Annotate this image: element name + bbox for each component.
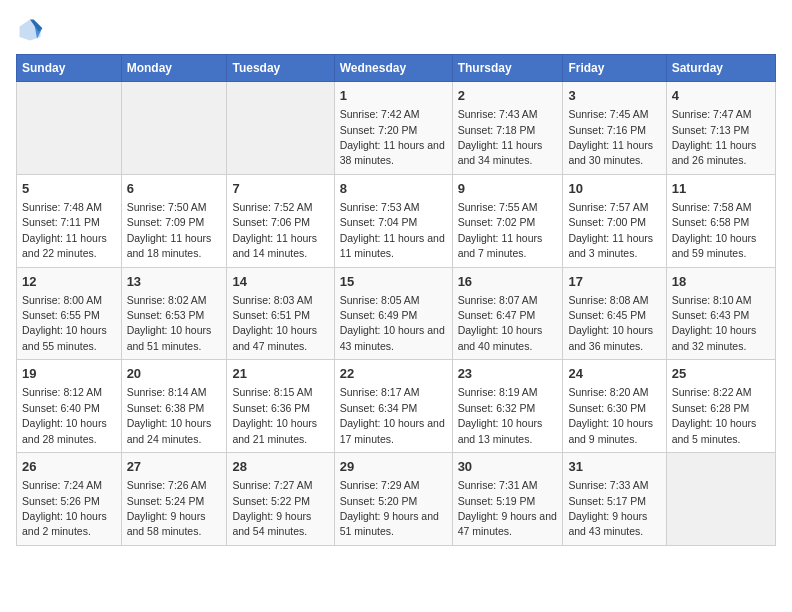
daylight-info: Daylight: 11 hours and 3 minutes.: [568, 232, 653, 259]
sunrise-info: Sunrise: 8:10 AM: [672, 294, 752, 306]
daylight-info: Daylight: 11 hours and 26 minutes.: [672, 139, 757, 166]
sunset-info: Sunset: 7:02 PM: [458, 216, 536, 228]
sunset-info: Sunset: 6:53 PM: [127, 309, 205, 321]
daylight-info: Daylight: 9 hours and 43 minutes.: [568, 510, 647, 537]
sunrise-info: Sunrise: 7:55 AM: [458, 201, 538, 213]
daylight-info: Daylight: 10 hours and 28 minutes.: [22, 417, 107, 444]
sunset-info: Sunset: 6:32 PM: [458, 402, 536, 414]
daylight-info: Daylight: 11 hours and 18 minutes.: [127, 232, 212, 259]
calendar-cell: 1Sunrise: 7:42 AMSunset: 7:20 PMDaylight…: [334, 82, 452, 175]
sunrise-info: Sunrise: 7:45 AM: [568, 108, 648, 120]
daylight-info: Daylight: 10 hours and 47 minutes.: [232, 324, 317, 351]
calendar-cell: 13Sunrise: 8:02 AMSunset: 6:53 PMDayligh…: [121, 267, 227, 360]
sunset-info: Sunset: 5:17 PM: [568, 495, 646, 507]
sunset-info: Sunset: 6:49 PM: [340, 309, 418, 321]
daylight-info: Daylight: 10 hours and 55 minutes.: [22, 324, 107, 351]
sunrise-info: Sunrise: 8:22 AM: [672, 386, 752, 398]
calendar-cell: 28Sunrise: 7:27 AMSunset: 5:22 PMDayligh…: [227, 453, 334, 546]
daylight-info: Daylight: 11 hours and 38 minutes.: [340, 139, 445, 166]
calendar-cell: 22Sunrise: 8:17 AMSunset: 6:34 PMDayligh…: [334, 360, 452, 453]
sunrise-info: Sunrise: 7:31 AM: [458, 479, 538, 491]
sunset-info: Sunset: 7:18 PM: [458, 124, 536, 136]
sunset-info: Sunset: 7:11 PM: [22, 216, 100, 228]
sunrise-info: Sunrise: 7:24 AM: [22, 479, 102, 491]
daylight-info: Daylight: 10 hours and 36 minutes.: [568, 324, 653, 351]
page-header: [16, 16, 776, 44]
daylight-info: Daylight: 11 hours and 7 minutes.: [458, 232, 543, 259]
calendar-cell: 17Sunrise: 8:08 AMSunset: 6:45 PMDayligh…: [563, 267, 666, 360]
daylight-info: Daylight: 10 hours and 21 minutes.: [232, 417, 317, 444]
sunset-info: Sunset: 6:43 PM: [672, 309, 750, 321]
calendar-cell: 23Sunrise: 8:19 AMSunset: 6:32 PMDayligh…: [452, 360, 563, 453]
day-number: 20: [127, 365, 222, 383]
sunset-info: Sunset: 6:51 PM: [232, 309, 310, 321]
sunrise-info: Sunrise: 7:58 AM: [672, 201, 752, 213]
weekday-header-row: SundayMondayTuesdayWednesdayThursdayFrid…: [17, 55, 776, 82]
calendar-cell: 27Sunrise: 7:26 AMSunset: 5:24 PMDayligh…: [121, 453, 227, 546]
day-number: 17: [568, 273, 660, 291]
calendar-cell: 25Sunrise: 8:22 AMSunset: 6:28 PMDayligh…: [666, 360, 775, 453]
day-number: 28: [232, 458, 328, 476]
calendar-cell: 6Sunrise: 7:50 AMSunset: 7:09 PMDaylight…: [121, 174, 227, 267]
calendar-cell: [666, 453, 775, 546]
sunset-info: Sunset: 6:40 PM: [22, 402, 100, 414]
sunrise-info: Sunrise: 7:43 AM: [458, 108, 538, 120]
day-number: 4: [672, 87, 770, 105]
calendar-cell: 24Sunrise: 8:20 AMSunset: 6:30 PMDayligh…: [563, 360, 666, 453]
daylight-info: Daylight: 9 hours and 51 minutes.: [340, 510, 439, 537]
weekday-header-friday: Friday: [563, 55, 666, 82]
day-number: 10: [568, 180, 660, 198]
daylight-info: Daylight: 10 hours and 13 minutes.: [458, 417, 543, 444]
sunset-info: Sunset: 7:00 PM: [568, 216, 646, 228]
day-number: 2: [458, 87, 558, 105]
day-number: 18: [672, 273, 770, 291]
sunrise-info: Sunrise: 7:26 AM: [127, 479, 207, 491]
daylight-info: Daylight: 10 hours and 40 minutes.: [458, 324, 543, 351]
sunrise-info: Sunrise: 7:57 AM: [568, 201, 648, 213]
daylight-info: Daylight: 10 hours and 17 minutes.: [340, 417, 445, 444]
sunset-info: Sunset: 7:04 PM: [340, 216, 418, 228]
sunrise-info: Sunrise: 7:29 AM: [340, 479, 420, 491]
sunset-info: Sunset: 7:20 PM: [340, 124, 418, 136]
sunrise-info: Sunrise: 8:14 AM: [127, 386, 207, 398]
calendar-cell: 12Sunrise: 8:00 AMSunset: 6:55 PMDayligh…: [17, 267, 122, 360]
sunrise-info: Sunrise: 8:02 AM: [127, 294, 207, 306]
calendar-week-1: 1Sunrise: 7:42 AMSunset: 7:20 PMDaylight…: [17, 82, 776, 175]
sunset-info: Sunset: 6:58 PM: [672, 216, 750, 228]
day-number: 14: [232, 273, 328, 291]
day-number: 27: [127, 458, 222, 476]
day-number: 16: [458, 273, 558, 291]
day-number: 26: [22, 458, 116, 476]
sunset-info: Sunset: 5:24 PM: [127, 495, 205, 507]
weekday-header-saturday: Saturday: [666, 55, 775, 82]
calendar-cell: 16Sunrise: 8:07 AMSunset: 6:47 PMDayligh…: [452, 267, 563, 360]
calendar-cell: 7Sunrise: 7:52 AMSunset: 7:06 PMDaylight…: [227, 174, 334, 267]
sunset-info: Sunset: 6:34 PM: [340, 402, 418, 414]
sunrise-info: Sunrise: 7:47 AM: [672, 108, 752, 120]
calendar-cell: [121, 82, 227, 175]
sunset-info: Sunset: 5:19 PM: [458, 495, 536, 507]
day-number: 8: [340, 180, 447, 198]
sunrise-info: Sunrise: 8:03 AM: [232, 294, 312, 306]
calendar-cell: 9Sunrise: 7:55 AMSunset: 7:02 PMDaylight…: [452, 174, 563, 267]
weekday-header-wednesday: Wednesday: [334, 55, 452, 82]
day-number: 13: [127, 273, 222, 291]
sunset-info: Sunset: 5:26 PM: [22, 495, 100, 507]
calendar-cell: [227, 82, 334, 175]
daylight-info: Daylight: 9 hours and 58 minutes.: [127, 510, 206, 537]
sunrise-info: Sunrise: 8:12 AM: [22, 386, 102, 398]
day-number: 23: [458, 365, 558, 383]
weekday-header-thursday: Thursday: [452, 55, 563, 82]
sunrise-info: Sunrise: 7:33 AM: [568, 479, 648, 491]
sunset-info: Sunset: 7:16 PM: [568, 124, 646, 136]
day-number: 9: [458, 180, 558, 198]
calendar-cell: [17, 82, 122, 175]
day-number: 15: [340, 273, 447, 291]
day-number: 21: [232, 365, 328, 383]
day-number: 12: [22, 273, 116, 291]
sunrise-info: Sunrise: 8:20 AM: [568, 386, 648, 398]
sunrise-info: Sunrise: 7:53 AM: [340, 201, 420, 213]
sunrise-info: Sunrise: 7:42 AM: [340, 108, 420, 120]
weekday-header-sunday: Sunday: [17, 55, 122, 82]
sunset-info: Sunset: 6:45 PM: [568, 309, 646, 321]
